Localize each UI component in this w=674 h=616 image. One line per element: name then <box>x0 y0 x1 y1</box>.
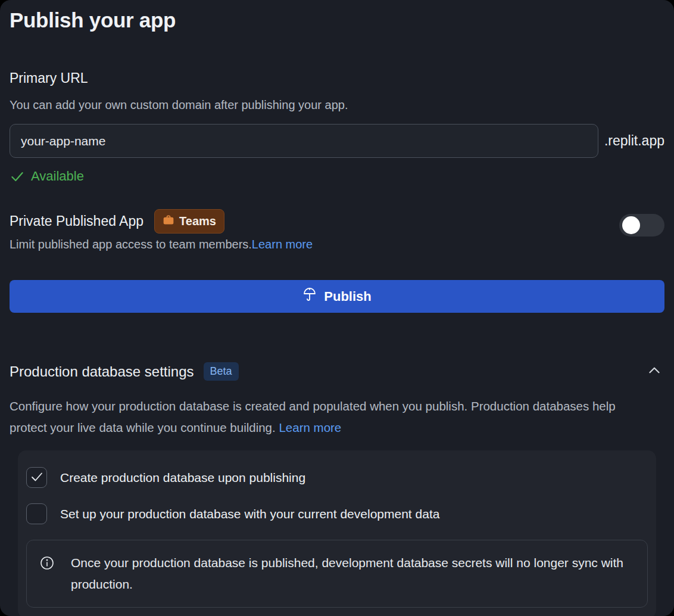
checkbox-check-icon <box>30 469 44 486</box>
domain-suffix: .replit.app <box>604 133 664 149</box>
seed-db-checkbox[interactable] <box>26 503 47 524</box>
primary-url-description: You can add your own custom domain after… <box>10 98 664 112</box>
briefcase-icon <box>163 214 174 229</box>
collapse-section-button[interactable] <box>644 360 664 382</box>
seed-db-checkbox-label: Set up your production database with you… <box>60 507 439 521</box>
app-name-input[interactable] <box>10 124 598 158</box>
seed-db-checkbox-row[interactable]: Set up your production database with you… <box>26 499 648 529</box>
publish-button-label: Publish <box>324 289 371 304</box>
page-title: Publish your app <box>10 8 664 32</box>
availability-label: Available <box>31 169 84 184</box>
create-db-checkbox-row[interactable]: Create production database upon publishi… <box>26 462 648 493</box>
create-db-checkbox[interactable] <box>26 467 47 488</box>
db-settings-learn-more-link[interactable]: Learn more <box>279 421 341 434</box>
teams-badge: Teams <box>154 209 224 234</box>
private-app-description-row: Limit published app access to team membe… <box>10 238 664 251</box>
primary-url-label: Primary URL <box>10 70 664 86</box>
create-db-checkbox-label: Create production database upon publishi… <box>60 471 305 485</box>
chevron-up-icon <box>647 371 662 380</box>
check-icon <box>10 169 25 184</box>
db-info-text: Once your production database is publish… <box>71 552 625 595</box>
db-settings-header: Production database settings Beta <box>10 360 664 382</box>
db-settings-title: Production database settings <box>10 363 194 380</box>
url-row: .replit.app <box>10 124 664 158</box>
private-app-toggle[interactable] <box>619 214 664 237</box>
publish-dialog: Publish your app Primary URL You can add… <box>0 0 674 616</box>
private-app-label: Private Published App <box>10 213 143 229</box>
info-icon <box>40 556 54 570</box>
db-info-box: Once your production database is publish… <box>26 540 648 608</box>
db-settings-description-row: Configure how your production database i… <box>10 396 653 438</box>
private-app-row: Private Published App Teams <box>10 206 664 237</box>
beta-badge: Beta <box>204 362 239 381</box>
availability-status: Available <box>10 169 664 184</box>
toggle-knob <box>622 216 640 234</box>
db-settings-panel: Create production database upon publishi… <box>18 450 656 616</box>
publish-button[interactable]: Publish <box>10 280 664 313</box>
private-app-learn-more-link[interactable]: Learn more <box>252 238 313 251</box>
teams-badge-label: Teams <box>179 214 216 228</box>
publish-icon <box>302 288 317 306</box>
private-app-description: Limit published app access to team membe… <box>10 238 252 251</box>
